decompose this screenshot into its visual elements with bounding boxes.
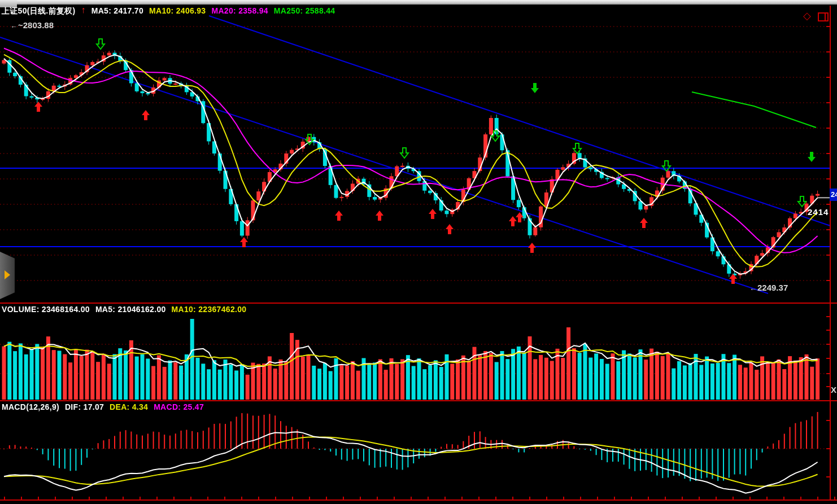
- high-price-label: ←~2803.88: [10, 20, 54, 30]
- main-chart-header: 上证50(日线.前复权) ↑ MA5: 2417.70 MA10: 2406.9…: [2, 6, 335, 16]
- current-price-badge: 24: [830, 189, 837, 201]
- chart-canvas[interactable]: [0, 0, 837, 504]
- high-price-value: ~2803.88: [18, 20, 54, 30]
- macd-value: MACD: 25.47: [154, 402, 204, 411]
- low-price-value: 2249.37: [757, 283, 788, 292]
- app-root: 上证50(日线.前复权) ↑ MA5: 2417.70 MA10: 2406.9…: [0, 0, 837, 504]
- volume-header: VOLUME: 23468164.00 MA5: 21046162.00 MA1…: [2, 305, 246, 314]
- volume-value: VOLUME: 23468164.00: [2, 305, 90, 314]
- volume-ma10-value: MA10: 22367462.00: [172, 305, 247, 314]
- ma250-value: MA250: 2588.44: [274, 6, 335, 16]
- diamond-icon[interactable]: ◇: [803, 10, 811, 22]
- ma10-value: MA10: 2406.93: [149, 6, 206, 16]
- dea-value: DEA: 4.34: [110, 402, 148, 411]
- window-icon-divider: [825, 14, 826, 20]
- volume-ma5-value: MA5: 21046162.00: [95, 305, 166, 314]
- low-price-label: ←2249.37: [749, 283, 788, 292]
- macd-header: MACD(12,26,9) DIF: 17.07 DEA: 4.34 MACD:…: [2, 402, 204, 411]
- pane-close-button[interactable]: X: [831, 385, 836, 395]
- ma5-value: MA5: 2417.70: [91, 6, 143, 16]
- sidebar-expand-handle[interactable]: [0, 252, 15, 299]
- up-arrow-icon: ↑: [81, 6, 85, 16]
- left-arrow-icon: ←: [10, 21, 18, 30]
- macd-params: MACD(12,26,9): [2, 402, 59, 411]
- last-price-label: 2414: [808, 207, 829, 217]
- chart-title: 上证50(日线.前复权): [2, 6, 75, 16]
- ma20-value: MA20: 2358.94: [211, 6, 268, 16]
- window-top-strip: [0, 0, 837, 5]
- dif-value: DIF: 17.07: [65, 402, 104, 411]
- window-icon[interactable]: [818, 12, 829, 21]
- left-arrow-icon: ←: [749, 284, 757, 292]
- right-triangle-icon: [5, 270, 10, 279]
